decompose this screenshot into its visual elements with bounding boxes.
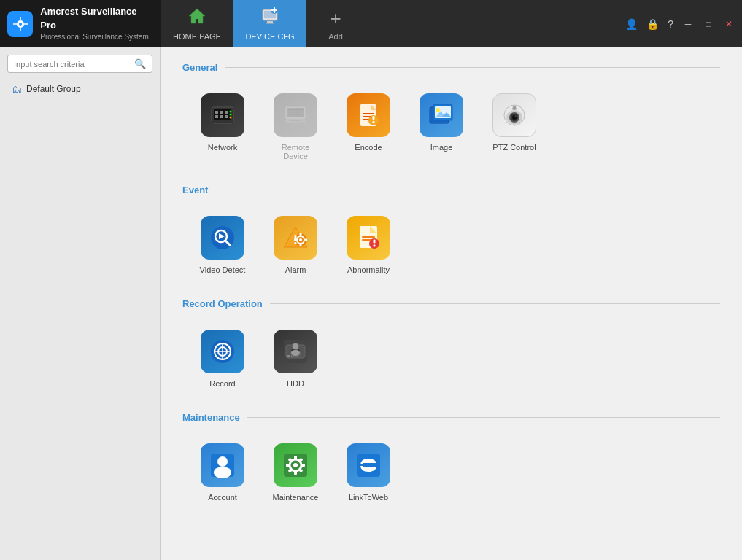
app-name: Amcrest Surveillance Pro bbox=[40, 5, 153, 31]
record-icon-box bbox=[201, 330, 244, 373]
svg-point-2 bbox=[19, 23, 22, 26]
section-event-divider bbox=[215, 190, 720, 190]
maintenance-label: Maintenance bbox=[273, 493, 319, 502]
icon-item-encode[interactable]: Encode bbox=[336, 88, 401, 166]
icon-item-image[interactable]: Image bbox=[409, 88, 474, 166]
alarm-icon-box bbox=[274, 216, 317, 260]
search-icon[interactable]: 🔍 bbox=[134, 58, 146, 69]
remote-device-label: Remote Device bbox=[268, 143, 322, 160]
close-button[interactable]: ✕ bbox=[723, 18, 735, 30]
network-icon-box bbox=[201, 93, 244, 137]
user-icon[interactable]: 👤 bbox=[625, 18, 638, 30]
home-icon bbox=[188, 7, 206, 30]
section-event: Event Video Detect bbox=[182, 184, 720, 280]
group-item-default[interactable]: 🗂 Default Group bbox=[7, 80, 152, 98]
icon-item-hdd[interactable]: HDD bbox=[263, 324, 328, 394]
content-area: General bbox=[161, 47, 742, 560]
svg-point-26 bbox=[230, 111, 232, 113]
svg-rect-106 bbox=[286, 464, 290, 467]
icon-item-account[interactable]: Account bbox=[190, 438, 255, 508]
account-icon-box bbox=[201, 443, 244, 487]
icon-item-maintenance[interactable]: Maintenance bbox=[263, 438, 328, 508]
alarm-label: Alarm bbox=[285, 265, 306, 274]
minimize-button[interactable]: ─ bbox=[682, 18, 694, 30]
section-event-grid: Video Detect bbox=[182, 210, 720, 280]
svg-rect-79 bbox=[374, 240, 376, 244]
section-event-header: Event bbox=[182, 184, 720, 195]
search-input[interactable] bbox=[14, 60, 134, 69]
section-maintenance-divider bbox=[247, 417, 720, 418]
help-icon[interactable]: ? bbox=[668, 18, 673, 30]
devicecfg-icon bbox=[260, 7, 279, 30]
icon-item-abnormality[interactable]: Abnormality bbox=[336, 210, 401, 280]
section-maintenance-header: Maintenance bbox=[182, 412, 720, 423]
svg-rect-39 bbox=[363, 113, 374, 114]
app-logo: Amcrest Surveillance Pro Professional Su… bbox=[0, 0, 161, 47]
svg-rect-10 bbox=[267, 21, 273, 23]
tab-devicecfg[interactable]: DEVICE CFG bbox=[233, 0, 306, 47]
svg-rect-67 bbox=[300, 233, 302, 236]
svg-point-99 bbox=[217, 456, 228, 467]
hdd-icon-box bbox=[274, 330, 317, 373]
svg-rect-24 bbox=[220, 115, 223, 118]
svg-rect-20 bbox=[215, 111, 218, 114]
svg-rect-11 bbox=[266, 23, 274, 24]
section-maintenance: Maintenance Account bbox=[182, 412, 720, 508]
svg-point-13 bbox=[273, 9, 276, 12]
svg-rect-107 bbox=[301, 464, 305, 467]
group-icon: 🗂 bbox=[12, 83, 22, 95]
main-layout: 🔍 🗂 Default Group General bbox=[0, 47, 742, 560]
icon-item-alarm[interactable]: Alarm bbox=[263, 210, 328, 280]
remote-device-icon-box bbox=[274, 93, 317, 137]
image-label: Image bbox=[430, 143, 453, 152]
hdd-label: HDD bbox=[287, 379, 304, 388]
lock-icon[interactable]: 🔒 bbox=[646, 18, 659, 30]
svg-rect-80 bbox=[374, 245, 376, 247]
svg-point-66 bbox=[299, 238, 302, 241]
svg-rect-34 bbox=[288, 112, 299, 113]
icon-item-video-detect[interactable]: Video Detect bbox=[190, 210, 255, 280]
svg-rect-70 bbox=[305, 239, 307, 241]
section-general-divider bbox=[225, 67, 720, 68]
svg-rect-16 bbox=[271, 9, 273, 11]
icon-item-ptz[interactable]: PTZ Control bbox=[482, 88, 547, 166]
svg-rect-32 bbox=[290, 120, 301, 121]
svg-marker-7 bbox=[189, 9, 205, 23]
svg-rect-76 bbox=[362, 236, 375, 238]
icon-item-linktoweb[interactable]: LinkToWeb bbox=[336, 438, 401, 508]
svg-rect-33 bbox=[288, 109, 303, 111]
ptz-icon-box bbox=[492, 93, 536, 137]
tab-homepage[interactable]: HOME PAGE bbox=[161, 0, 233, 47]
icon-item-network[interactable]: Network bbox=[190, 88, 255, 166]
svg-rect-44 bbox=[373, 121, 375, 123]
abnormality-icon-box bbox=[347, 216, 390, 260]
video-detect-icon-box bbox=[201, 216, 244, 260]
svg-rect-72 bbox=[295, 242, 297, 244]
section-record-operation: Record Operation bbox=[182, 298, 720, 394]
svg-rect-114 bbox=[360, 464, 376, 466]
section-record-header: Record Operation bbox=[182, 298, 720, 309]
section-event-title: Event bbox=[182, 184, 208, 195]
section-maintenance-title: Maintenance bbox=[182, 412, 240, 423]
linktoweb-icon-box bbox=[347, 443, 390, 487]
account-label: Account bbox=[208, 493, 237, 502]
svg-rect-35 bbox=[288, 114, 301, 115]
restore-button[interactable]: □ bbox=[703, 18, 714, 30]
group-label: Default Group bbox=[26, 84, 81, 94]
svg-rect-17 bbox=[276, 9, 277, 11]
tab-devicecfg-label: DEVICE CFG bbox=[245, 32, 294, 41]
abnormality-label: Abnormality bbox=[347, 265, 390, 274]
search-box[interactable]: 🔍 bbox=[7, 55, 152, 73]
tab-add[interactable]: + Add bbox=[306, 0, 365, 47]
video-detect-label: Video Detect bbox=[200, 265, 246, 274]
svg-rect-59 bbox=[211, 226, 234, 249]
image-icon-box bbox=[420, 93, 463, 137]
icon-item-record[interactable]: Record bbox=[190, 324, 255, 394]
svg-rect-25 bbox=[225, 115, 228, 118]
icon-item-remote-device[interactable]: Remote Device bbox=[263, 88, 328, 166]
encode-label: Encode bbox=[355, 143, 382, 152]
svg-rect-71 bbox=[295, 235, 297, 241]
section-general-header: General bbox=[182, 62, 720, 73]
svg-point-96 bbox=[293, 343, 298, 349]
ptz-label: PTZ Control bbox=[492, 143, 536, 152]
